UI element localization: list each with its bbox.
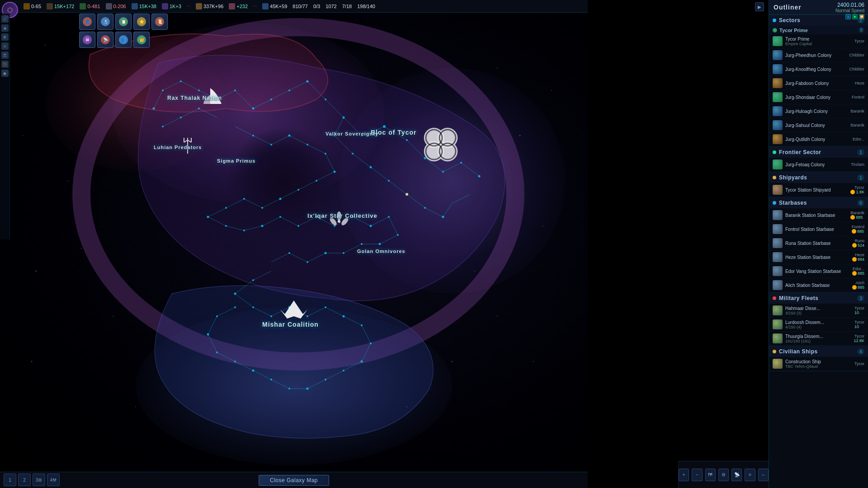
- resource-colonies: 1072: [326, 4, 336, 9]
- sectors-title: Sectors: [779, 17, 801, 23]
- action-btn-population[interactable]: 👤: [79, 14, 95, 30]
- toolbar-icon-4[interactable]: ⚔: [1, 42, 9, 50]
- close-galaxy-map-button[interactable]: Close Galaxy Map: [259, 475, 329, 486]
- svg-point-194: [452, 361, 453, 362]
- jurg-qutlidh-info: Jurg-Qutlidh Colony: [785, 137, 850, 142]
- lurdoosh-fleet-info: Lurdoosh Dissem... 4/150 (4): [785, 320, 852, 329]
- outliner-item-lurdoosh[interactable]: Lurdoosh Dissem... 4/150 (4) Tycor 10: [769, 318, 868, 332]
- toolbar-icon-5[interactable]: ☰: [1, 52, 9, 59]
- toolbar-icon-7[interactable]: ◉: [1, 70, 9, 77]
- construction-ship-name: Construction Ship: [785, 359, 852, 364]
- outliner-item-tycor-shipyard[interactable]: Tycor Station Shipyard Tycor 1.8K: [769, 183, 868, 197]
- action-btn-leaders[interactable]: 👑: [133, 32, 150, 48]
- outliner-item-jurg-knoolfheg[interactable]: Jurg-Knoolfheg Colony Chibblor: [769, 62, 868, 76]
- jurg-knoolfheg-info: Jurg-Knoolfheg Colony: [785, 67, 846, 72]
- outliner-item-jurg-sahuul[interactable]: Jurg-Sahuul Colony Baranik: [769, 118, 868, 132]
- jurg-feloaq-icon: [773, 160, 783, 169]
- minimap-zoom-out[interactable]: −: [692, 469, 702, 481]
- galaxy-map[interactable]: Bloc of Tycor Ix'Iqar Star Collective Mi…: [0, 0, 588, 488]
- speed-fast-btn[interactable]: ⏩: [859, 14, 864, 19]
- outliner-item-baranik-station[interactable]: Baranik Station Starbase Baranik 885: [769, 208, 868, 222]
- baranik-station-right: Baranik 885: [850, 211, 864, 220]
- thuurgla-fleet-sub: 191/150 (191): [785, 339, 851, 343]
- toolbar-icon-2[interactable]: ◈: [1, 24, 9, 32]
- outliner-item-thuurgla[interactable]: Thuurgla Dissem... 191/150 (191) Tycor 1…: [769, 332, 868, 346]
- baranik-station-icon: [773, 210, 783, 220]
- toolbar-icon-1[interactable]: ⬡: [1, 15, 9, 23]
- map-view-btn-4[interactable]: 4⚒: [47, 474, 60, 486]
- map-view-btn-1[interactable]: 1: [4, 474, 16, 486]
- outliner-section-civilian: Civilian Ships 4 Construction Ship TBC Y…: [769, 346, 868, 371]
- starbases-section-header[interactable]: Starbases 6: [769, 197, 868, 208]
- shipyards-section-header[interactable]: Shipyards 1: [769, 172, 868, 183]
- speed-pause-btn[interactable]: ⏸: [845, 14, 851, 19]
- outliner-item-heze-station[interactable]: Heze Station Starbase Heze 884: [769, 250, 868, 264]
- frontier-dot: [773, 150, 776, 154]
- svg-point-190: [497, 316, 498, 317]
- action-btn-research[interactable]: 🔬: [97, 14, 113, 30]
- runa-energy-icon: [852, 243, 857, 248]
- outliner-item-jurg-qutlidh[interactable]: Jurg-Qutlidh Colony Edor...: [769, 132, 868, 146]
- population-icon: 👤: [83, 17, 92, 26]
- tycor-prime-subheader[interactable]: Tycor Prime 8: [769, 26, 868, 34]
- influence-value: +232: [236, 4, 248, 9]
- map-filter-btn[interactable]: 🗺: [705, 469, 716, 481]
- action-btn-factions[interactable]: 👥: [115, 32, 132, 48]
- speed-display: Normal Speed: [835, 8, 864, 13]
- frontier-section-header[interactable]: Frontier Sector 1: [769, 147, 868, 158]
- map-view-btn-2[interactable]: 2: [18, 474, 31, 486]
- jurg-qutlidh-name: Jurg-Qutlidh Colony: [785, 137, 850, 142]
- scroll-right-btn[interactable]: ▶: [755, 2, 764, 11]
- svg-line-43: [208, 208, 226, 217]
- outliner-item-jurg-shondaar[interactable]: Jurg-Shondaar Colony Fontrol: [769, 90, 868, 104]
- minimap-zoom-in[interactable]: +: [679, 469, 689, 481]
- outliner-item-jurg-huloagh[interactable]: Jurg-Huloagh Colony Baranik: [769, 104, 868, 118]
- resource-fleets-count: 0/3: [313, 4, 320, 9]
- lurdoosh-fleet-sub: 4/150 (4): [785, 325, 852, 329]
- action-btn-policies[interactable]: 📋: [115, 14, 132, 30]
- contacts-btn[interactable]: 📡: [731, 469, 742, 481]
- svg-line-64: [235, 294, 253, 307]
- civilian-section-header[interactable]: Civilian Ships 4: [769, 346, 868, 357]
- expand-btn[interactable]: ↔: [758, 469, 769, 481]
- map-settings-btn[interactable]: ⚙: [718, 469, 729, 481]
- outliner-item-edor-station[interactable]: Edor Vang Station Starbase Edor... 885: [769, 264, 868, 278]
- thuurgla-fleet-name: Thuurgla Dissem...: [785, 334, 851, 339]
- outliner-toggle-btn[interactable]: ≡: [745, 469, 755, 481]
- outliner-section-shipyards: Shipyards 1 Tycor Station Shipyard Tycor…: [769, 172, 868, 197]
- outliner-item-jurg-feloaq[interactable]: Jurg-Feloaq Colony Tirolam: [769, 158, 868, 172]
- jurg-huloagh-icon: [773, 106, 783, 116]
- action-btn-empire[interactable]: 🏛: [79, 32, 95, 48]
- outliner-item-jurg-fabdoon[interactable]: Jurg-Fabdoon Colony Heze: [769, 76, 868, 90]
- svg-point-144: [234, 293, 236, 295]
- runa-station-name: Runa Station Starbase: [785, 241, 849, 246]
- outliner-item-fontrol-station[interactable]: Fontrol Station Starbase Fontrol 885: [769, 222, 868, 236]
- alloys-icon: [132, 3, 138, 9]
- outliner-item-runa-station[interactable]: Runa Station Starbase Runo 524: [769, 236, 868, 250]
- tycor-shipyard-info: Tycor Station Shipyard: [785, 188, 848, 192]
- toolbar-icon-6[interactable]: ⬛: [1, 61, 9, 68]
- tycor-prime-planet-icon: [773, 28, 777, 33]
- tycor-prime-count: 8: [858, 27, 864, 33]
- action-btn-contacts[interactable]: 📡: [97, 32, 113, 48]
- jurg-fabdoon-name: Jurg-Fabdoon Colony: [785, 81, 852, 86]
- outliner-section-frontier: Frontier Sector 1 Jurg-Feloaq Colony Tir…: [769, 147, 868, 172]
- outliner-item-aiich-station[interactable]: Aiich Station Starbase Aiich 885: [769, 278, 868, 292]
- resource-research: 1K+3: [162, 3, 181, 9]
- action-btn-edicts[interactable]: 📜: [151, 14, 168, 30]
- outliner-section-military: Military Fleets 3 Hahmaar Disse... 3/150…: [769, 293, 868, 346]
- jurg-pheedhun-location: Chibblor: [849, 53, 864, 57]
- map-view-btn-3[interactable]: 3⚙: [33, 474, 45, 486]
- aiich-station-name: Aiich Station Starbase: [785, 283, 849, 288]
- outliner-item-hahmaar[interactable]: Hahmaar Disse... 3/150 (3) Tycor 10: [769, 304, 868, 318]
- toolbar-icon-3[interactable]: ⚙: [1, 33, 9, 41]
- military-section-header[interactable]: Military Fleets 3: [769, 293, 868, 304]
- action-btn-traditions[interactable]: ⭐: [133, 14, 150, 30]
- baranik-station-name: Baranik Station Starbase: [785, 213, 848, 218]
- outliner-item-construction-ship[interactable]: Construction Ship TBC Yehm-Qilaud Tycor: [769, 357, 868, 371]
- speed-play-btn[interactable]: ▶: [852, 14, 858, 19]
- outliner-item-tycor-prime-capital[interactable]: Tycor Prime Empire Capital Tycor: [769, 34, 868, 48]
- svg-point-174: [337, 211, 341, 221]
- jurg-feloaq-name: Jurg-Feloaq Colony: [785, 162, 848, 167]
- outliner-item-jurg-pheedhun[interactable]: Jurg-Pheedhun Colony Chibblor: [769, 48, 868, 62]
